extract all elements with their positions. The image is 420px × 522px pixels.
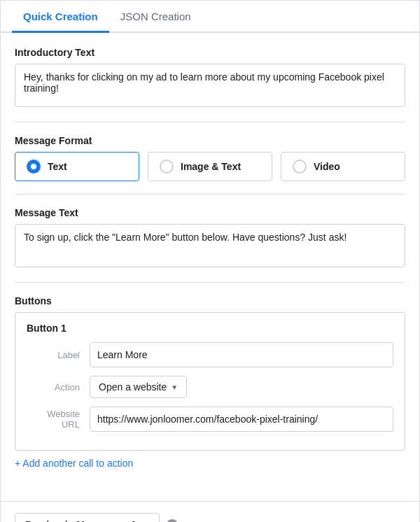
button1-url-field: Website URL (27, 409, 90, 430)
button1-action-row: Action Open a website ▼ (27, 376, 393, 398)
main-content: Introductory Text Hey, thanks for clicki… (1, 33, 419, 495)
format-options: Text Image & Text Video (15, 152, 405, 181)
format-option-video[interactable]: Video (281, 152, 405, 181)
button1-url-input-wrap (90, 407, 393, 432)
format-image-text-label: Image & Text (181, 161, 241, 172)
divider-2 (15, 194, 405, 195)
preview-in-messenger-button[interactable]: Preview in Messenger App (15, 513, 160, 522)
format-option-image-text[interactable]: Image & Text (148, 152, 272, 181)
info-icon[interactable]: i (167, 519, 178, 522)
radio-video (293, 160, 307, 174)
message-format-label: Message Format (15, 135, 405, 146)
introductory-text-section: Introductory Text Hey, thanks for clicki… (15, 47, 405, 109)
format-option-text[interactable]: Text (15, 152, 139, 181)
format-text-label: Text (48, 161, 67, 172)
buttons-section: Buttons Button 1 Label Action Open a web… (15, 295, 405, 469)
button1-label-input[interactable] (90, 342, 393, 367)
button1-action-input-wrap: Open a website ▼ (90, 376, 393, 398)
footer: Preview in Messenger App i (1, 501, 419, 522)
dropdown-arrow-icon: ▼ (171, 383, 178, 391)
button1-action-dropdown[interactable]: Open a website ▼ (90, 376, 187, 398)
introductory-text-input[interactable]: Hey, thanks for clicking on my ad to lea… (15, 64, 405, 107)
tab-bar: Quick Creation JSON Creation (1, 1, 419, 33)
button1-url-input[interactable] (90, 407, 393, 432)
format-video-label: Video (314, 161, 340, 172)
button1-action-field: Action (27, 382, 90, 393)
message-format-section: Message Format Text Image & Text Video (15, 135, 405, 181)
divider-3 (15, 282, 405, 283)
buttons-label: Buttons (15, 295, 405, 306)
button1-label-field: Label (27, 350, 90, 360)
tab-quick-creation[interactable]: Quick Creation (12, 1, 109, 33)
button1-url-row: Website URL (27, 407, 393, 432)
tab-json-creation[interactable]: JSON Creation (109, 1, 202, 33)
message-text-input[interactable]: To sign up, click the "Learn More" butto… (15, 224, 405, 267)
button1-label-input-wrap (90, 342, 393, 367)
add-cta-link[interactable]: + Add another call to action (15, 458, 133, 469)
button1-title: Button 1 (27, 323, 393, 334)
message-text-section: Message Text To sign up, click the "Lear… (15, 207, 405, 269)
divider-1 (15, 122, 405, 122)
buttons-box: Button 1 Label Action Open a website ▼ (15, 312, 405, 451)
radio-image-text (160, 160, 174, 174)
button1-label-row: Label (27, 342, 393, 367)
message-text-label: Message Text (15, 207, 405, 218)
button1-action-value: Open a website (99, 381, 167, 393)
radio-text (27, 160, 41, 174)
introductory-text-label: Introductory Text (15, 47, 405, 58)
